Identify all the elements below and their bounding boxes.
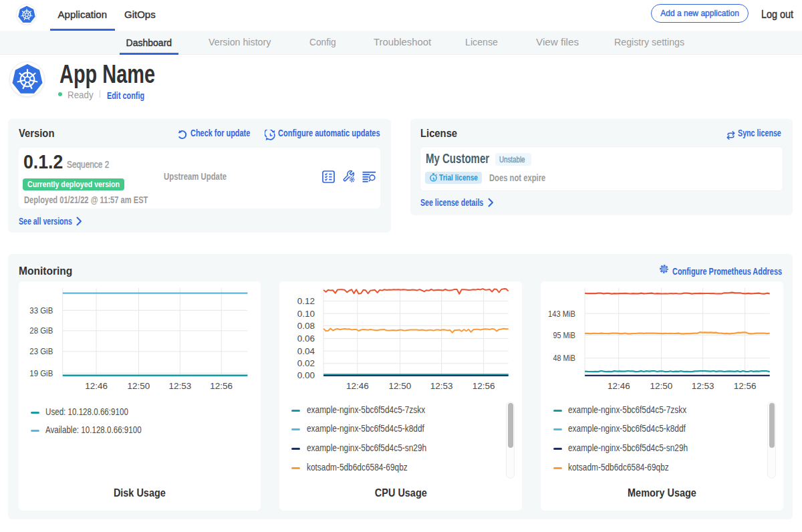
svg-text:12:56: 12:56 xyxy=(210,381,233,391)
svg-text:0.08: 0.08 xyxy=(297,321,315,331)
svg-text:23 GiB: 23 GiB xyxy=(29,346,53,356)
svg-text:12:50: 12:50 xyxy=(128,381,150,391)
svg-text:0.02: 0.02 xyxy=(297,358,315,368)
svg-text:0.00: 0.00 xyxy=(297,370,315,380)
svg-text:12:56: 12:56 xyxy=(734,381,757,391)
svg-text:0.06: 0.06 xyxy=(297,334,315,344)
svg-text:12:46: 12:46 xyxy=(608,381,630,391)
svg-text:48 MiB: 48 MiB xyxy=(553,353,576,363)
svg-text:0.12: 0.12 xyxy=(297,296,315,306)
svg-text:95 MiB: 95 MiB xyxy=(553,330,576,340)
svg-text:19 GiB: 19 GiB xyxy=(29,368,53,378)
svg-text:12:50: 12:50 xyxy=(650,381,673,391)
svg-text:12:53: 12:53 xyxy=(692,381,714,391)
svg-text:0.10: 0.10 xyxy=(297,309,315,319)
svg-text:28 GiB: 28 GiB xyxy=(29,325,53,336)
svg-text:12:56: 12:56 xyxy=(473,381,495,391)
svg-text:12:50: 12:50 xyxy=(389,381,412,391)
svg-text:12:46: 12:46 xyxy=(346,381,369,391)
svg-text:0.04: 0.04 xyxy=(297,346,315,356)
svg-text:12:53: 12:53 xyxy=(430,381,453,391)
svg-text:143 MiB: 143 MiB xyxy=(548,309,575,319)
svg-text:33 GiB: 33 GiB xyxy=(29,305,53,315)
svg-text:12:53: 12:53 xyxy=(168,381,191,391)
svg-text:12:46: 12:46 xyxy=(85,381,108,391)
